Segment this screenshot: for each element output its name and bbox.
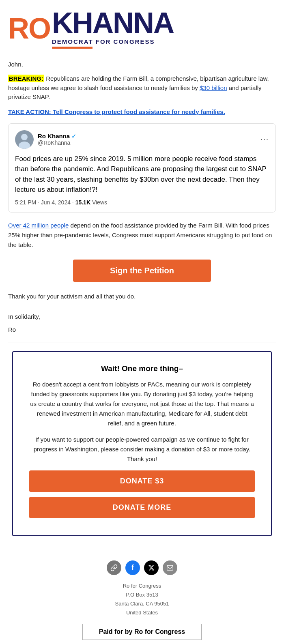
tweet-text: Food prices are up 25% since 2019. 5 mil… [15, 154, 269, 195]
tweet-views-count: 15.1K [75, 199, 90, 206]
tweet-avatar [15, 130, 34, 149]
footer-address: Ro for Congress P.O Box 3513 Santa Clara… [8, 582, 276, 617]
tweet-user: Ro Khanna ✓ @RoKhanna [15, 130, 76, 149]
30-billion-link[interactable]: $30 billion [200, 84, 227, 91]
social-icons: f [8, 560, 276, 575]
x-twitter-icon[interactable] [144, 560, 159, 575]
donation-para-1: Ro doesn't accept a cent from lobbyists … [29, 380, 255, 428]
donation-box: Wait! One more thing– Ro doesn't accept … [12, 351, 272, 536]
logo-ro: RO [8, 14, 50, 43]
svg-rect-3 [167, 565, 173, 570]
body-para-1: Over 42 million people depend on the foo… [8, 221, 276, 250]
email-container: RO KHANNA DEMOCRAT FOR CONGRESS John, BR… [0, 0, 284, 644]
donate-3-button[interactable]: DONATE $3 [29, 470, 255, 492]
donation-para-2: If you want to support our people-powere… [29, 435, 255, 464]
divider [8, 343, 276, 343]
breaking-label: BREAKING: [8, 75, 44, 82]
link-icon[interactable] [107, 560, 121, 575]
tweet-name: Ro Khanna ✓ [38, 133, 76, 140]
logo-khanna: KHANNA [52, 8, 174, 37]
breaking-paragraph: BREAKING: Republicans are holding the Fa… [8, 74, 276, 102]
logo-subtitle: DEMOCRAT FOR CONGRESS [52, 38, 174, 45]
take-action-link[interactable]: TAKE ACTION: Tell Congress to protect fo… [8, 108, 276, 115]
verified-badge: ✓ [71, 133, 76, 140]
thanks-text: Thank you for your activism and all that… [8, 292, 276, 301]
tweet-card: Ro Khanna ✓ @RoKhanna ··· Food prices ar… [8, 123, 276, 213]
logo-wrap: RO KHANNA DEMOCRAT FOR CONGRESS [8, 8, 276, 49]
donation-title: Wait! One more thing– [29, 364, 255, 373]
donate-more-button[interactable]: DONATE MORE [29, 497, 255, 518]
footer: f Ro for Congress P.O Box 3513 Santa Cla… [0, 552, 284, 644]
sign-petition-button[interactable]: Sign the Petition [73, 260, 211, 282]
paid-for-box: Paid for by Ro for Congress [82, 624, 202, 640]
email-icon[interactable] [163, 560, 177, 575]
logo-khanna-wrap: KHANNA DEMOCRAT FOR CONGRESS [52, 8, 174, 49]
42-million-link[interactable]: Over 42 million people [8, 222, 69, 229]
tweet-more-options[interactable]: ··· [260, 135, 269, 144]
tweet-handle: @RoKhanna [38, 140, 76, 146]
facebook-icon[interactable]: f [125, 560, 140, 575]
cta-wrap: Sign the Petition [8, 260, 276, 282]
signature-name: Ro [8, 325, 276, 335]
tweet-name-wrap: Ro Khanna ✓ @RoKhanna [38, 133, 76, 146]
tweet-meta: 5:21 PM · Jun 4, 2024 · 15.1K Views [15, 199, 269, 206]
greeting: John, [8, 61, 276, 68]
paid-for-text: Paid for by Ro for Congress [99, 628, 185, 635]
solidarity-text: In solidarity, [8, 312, 276, 322]
body-content: John, BREAKING: Republicans are holding … [0, 53, 284, 552]
header: RO KHANNA DEMOCRAT FOR CONGRESS [0, 0, 284, 53]
orange-bar [52, 47, 93, 49]
svg-point-1 [21, 134, 28, 140]
tweet-header: Ro Khanna ✓ @RoKhanna ··· [15, 130, 269, 149]
